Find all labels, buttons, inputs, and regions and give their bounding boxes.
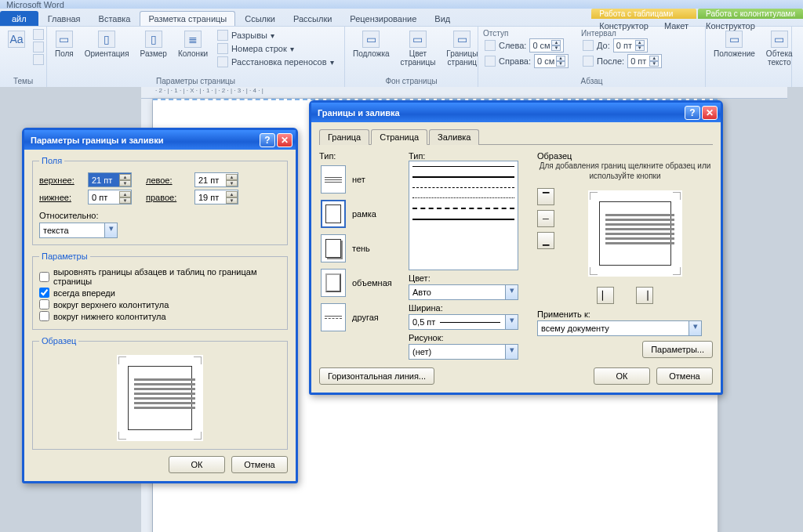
bs-tab-page[interactable]: Страница (371, 129, 427, 145)
tab-page-layout[interactable]: Разметка страницы (140, 11, 235, 26)
columns-icon: ≣ (184, 31, 202, 48)
opt-top-field[interactable]: 21 пт▲▼ (88, 172, 132, 187)
bs-art-combo[interactable]: (нет)▾ (409, 344, 518, 360)
bs-tab-shading[interactable]: Заливка (429, 129, 479, 145)
theme-effects-icon[interactable] (33, 54, 44, 65)
opt-bottom-label: нижнее: (39, 193, 83, 202)
chevron-down-icon: ▾ (689, 321, 701, 335)
space-after-field[interactable]: 0 пт▲▼ (627, 54, 662, 68)
margins-button[interactable]: ▭Поля (52, 29, 77, 60)
opt-help-button[interactable]: ? (260, 133, 275, 147)
bs-type-none[interactable]: нет (319, 164, 398, 195)
bs-options-button[interactable]: Параметры... (642, 341, 713, 358)
bs-ok-button[interactable]: ОК (594, 367, 650, 385)
theme-colors-icon[interactable] (33, 29, 44, 40)
opt-params-fieldset: Параметры выровнять границы абзацев и та… (32, 252, 288, 330)
space-before-field[interactable]: 0 пт▲▼ (613, 38, 648, 52)
ribbon: айл Главная Вставка Разметка страницы Сс… (0, 9, 803, 88)
bs-close-button[interactable]: ✕ (702, 106, 718, 120)
opt-params-legend: Параметры (39, 252, 90, 261)
opt-chk-footer[interactable]: вокруг нижнего колонтитула (39, 311, 281, 321)
size-button[interactable]: ▯Размер (137, 29, 170, 60)
opt-chk-front[interactable]: всегда впереди (39, 288, 281, 298)
ctx-headers: Работа с колонтитулами (698, 9, 803, 19)
indent-right-icon (485, 56, 496, 67)
tab-view[interactable]: Вид (426, 11, 459, 26)
tab-file[interactable]: айл (0, 11, 38, 26)
bs-type-3d[interactable]: объемная (319, 267, 398, 299)
bs-width-combo[interactable]: 0,5 пт▾ (409, 314, 518, 330)
group-paragraph-label: Абзац (483, 75, 700, 87)
columns-button[interactable]: ≣Колонки (175, 29, 211, 60)
bs-preview[interactable] (588, 190, 682, 277)
themes-icon: Aa (8, 31, 25, 48)
bs-tabstrip: Граница Страница Заливка (319, 128, 713, 145)
opt-margins-fieldset: Поля верхнее: 21 пт▲▼ левое: 21 пт▲▼ ниж… (32, 156, 288, 245)
bs-edge-mid-h[interactable]: ─ (537, 210, 554, 227)
chevron-down-icon: ▾ (505, 285, 518, 299)
opt-close-button[interactable]: ✕ (277, 133, 292, 147)
indent-right-field[interactable]: 0 см▲▼ (534, 54, 569, 68)
bs-hline-button[interactable]: Горизонтальная линия... (319, 367, 434, 385)
indent-title: Отступ (483, 29, 570, 38)
opt-left-field[interactable]: 21 пт▲▼ (194, 172, 238, 187)
position-button[interactable]: ▭Положение (710, 29, 758, 60)
bs-help-button[interactable]: ? (685, 106, 700, 120)
bs-titlebar[interactable]: Границы и заливка ? ✕ (311, 103, 721, 122)
opt-right-field[interactable]: 19 пт▲▼ (194, 190, 238, 204)
bs-edge-left[interactable]: ▏ (597, 287, 614, 304)
themes-button[interactable]: Aa (5, 29, 28, 49)
hyphenation-icon (217, 56, 228, 67)
opt-ok-button[interactable]: ОК (169, 456, 225, 473)
bs-edge-bottom[interactable]: ▁ (537, 232, 554, 249)
group-arrange: ▭Положение ▭Обтека тексто (706, 27, 792, 87)
opt-bottom-field[interactable]: 0 пт▲▼ (88, 190, 132, 204)
bs-type-custom[interactable]: другая (319, 302, 398, 333)
ctx-tables: Работа с таблицами (591, 9, 696, 19)
opt-title: Параметры границы и заливки (31, 136, 258, 145)
tab-home[interactable]: Главная (39, 11, 89, 26)
ribbon-groups: Aa Темы ▭Поля ▯Ориентация ▯Размер ≣Колон… (0, 26, 803, 87)
bs-cancel-button[interactable]: Отмена (656, 367, 713, 385)
watermark-button[interactable]: ▭Подложка (350, 29, 393, 60)
opt-left-label: левое: (146, 176, 190, 185)
group-paragraph: Отступ Слева:0 см▲▼ Справа:0 см▲▼ Интерв… (478, 27, 706, 87)
breaks-button[interactable]: Разрывы ▾ (216, 29, 335, 42)
tab-references[interactable]: Ссылки (236, 11, 284, 26)
hyphenation-button[interactable]: Расстановка переносов ▾ (216, 56, 335, 68)
watermark-icon: ▭ (362, 31, 380, 48)
bs-color-combo[interactable]: Авто▾ (409, 284, 518, 300)
ruler-horizontal[interactable]: · 2 · | · 1 · | · X · | · 1 · | · 2 · | … (141, 87, 787, 99)
bs-width-label: Ширина: (409, 303, 526, 313)
opt-cancel-button[interactable]: Отмена (231, 456, 288, 473)
line-numbers-button[interactable]: Номера строк ▾ (216, 42, 335, 55)
tab-review[interactable]: Рецензирование (341, 11, 425, 26)
chevron-down-icon: ▾ (505, 345, 518, 359)
indent-left-field[interactable]: 0 см▲▼ (529, 38, 564, 52)
wrap-icon: ▭ (771, 31, 788, 48)
page-color-button[interactable]: ▭Цвет страницы (398, 29, 439, 68)
orientation-icon: ▯ (98, 31, 115, 48)
opt-titlebar[interactable]: Параметры границы и заливки ? ✕ (24, 130, 296, 150)
orientation-button[interactable]: ▯Ориентация (82, 29, 133, 60)
opt-preview-legend: Образец (39, 336, 78, 346)
tab-insert[interactable]: Вставка (90, 11, 140, 26)
bs-edge-right[interactable]: ▕ (636, 287, 653, 304)
tab-mailings[interactable]: Рассылки (285, 11, 340, 26)
opt-chk-align[interactable]: выровнять границы абзацев и таблиц по гр… (39, 267, 281, 286)
bs-apply-combo[interactable]: всему документу▾ (537, 320, 702, 336)
ribbon-tabs: айл Главная Вставка Разметка страницы Сс… (0, 9, 803, 26)
space-after-icon (583, 56, 594, 67)
bs-tab-border[interactable]: Граница (319, 129, 369, 145)
bs-edge-top[interactable]: ▔ (537, 188, 554, 205)
bs-type-box[interactable]: рамка (319, 198, 398, 230)
space-before-icon (583, 40, 594, 51)
opt-chk-header[interactable]: вокруг верхнего колонтитула (39, 299, 281, 309)
bs-type-shadow[interactable]: тень (319, 233, 398, 264)
theme-fonts-icon[interactable] (33, 42, 44, 52)
bs-style-list[interactable] (409, 161, 518, 270)
wrap-button[interactable]: ▭Обтека тексто (763, 29, 796, 68)
opt-relative-combo[interactable]: текста▾ (39, 223, 118, 238)
page-borders-button[interactable]: ▭Границы страниц (443, 29, 481, 68)
borders-shading-dialog: Границы и заливка ? ✕ Граница Страница З… (309, 100, 723, 395)
